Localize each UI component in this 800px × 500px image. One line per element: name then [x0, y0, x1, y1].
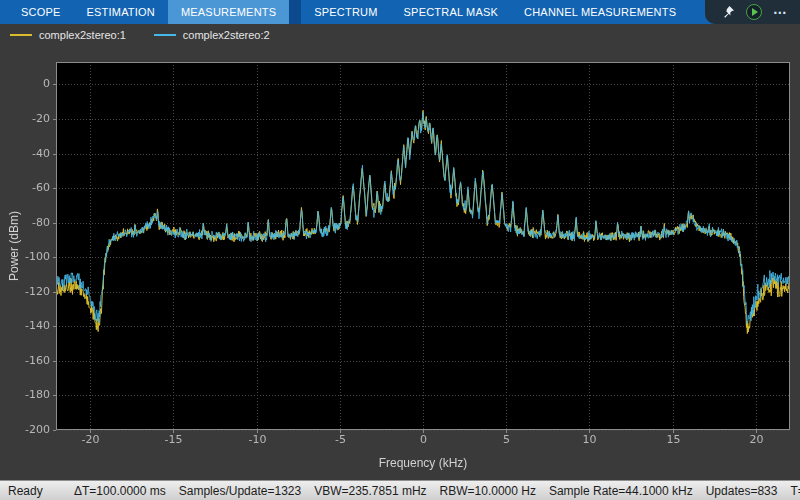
toolbar-spacer	[689, 0, 705, 24]
status-stat-vbw: VBW=235.7851 mHz	[314, 484, 426, 498]
toolbar-group-gap	[289, 0, 301, 24]
tab-estimation[interactable]: ESTIMATION	[74, 0, 168, 24]
status-stat-time: T=24.984	[790, 484, 800, 498]
pin-icon[interactable]	[721, 5, 735, 19]
spectrum-canvas[interactable]	[0, 46, 800, 480]
legend-item-channel1[interactable]: complex2stereo:1	[10, 29, 126, 41]
y-axis-label: Power (dBm)	[7, 211, 21, 281]
tab-spectral-mask-label: SPECTRAL MASK	[404, 6, 499, 18]
legend-line-sample-channel1	[10, 34, 32, 36]
spectrum-analyzer-window: SCOPE ESTIMATION MEASUREMENTS SPECTRUM S…	[0, 0, 800, 500]
tab-spectrum[interactable]: SPECTRUM	[301, 0, 390, 24]
status-stat-rbw: RBW=10.0000 Hz	[440, 484, 536, 498]
tab-measurements[interactable]: MEASUREMENTS	[168, 0, 289, 24]
status-stat-updates: Updates=833	[706, 484, 778, 498]
tab-channel-measurements[interactable]: CHANNEL MEASUREMENTS	[511, 0, 689, 24]
tab-measurements-label: MEASUREMENTS	[181, 6, 276, 18]
tab-scope-label: SCOPE	[21, 6, 61, 18]
more-options-button[interactable]: ⋯	[773, 5, 788, 19]
legend-line-sample-channel2	[154, 34, 176, 36]
x-axis-label: Frequency (kHz)	[379, 456, 468, 470]
status-stat-samples-per-update: Samples/Update=1323	[179, 484, 301, 498]
legend-label-channel1: complex2stereo:1	[39, 29, 126, 41]
tab-spectral-mask[interactable]: SPECTRAL MASK	[391, 0, 512, 24]
legend: complex2stereo:1 complex2stereo:2	[0, 24, 800, 46]
legend-item-channel2[interactable]: complex2stereo:2	[154, 29, 270, 41]
legend-label-channel2: complex2stereo:2	[183, 29, 270, 41]
status-stat-sample-rate: Sample Rate=44.1000 kHz	[549, 484, 693, 498]
toolbar-lead-space	[0, 0, 8, 24]
run-button[interactable]	[746, 4, 762, 20]
tab-spectrum-label: SPECTRUM	[314, 6, 377, 18]
tab-estimation-label: ESTIMATION	[87, 6, 155, 18]
status-stat-delta-t: ΔT=100.0000 ms	[74, 484, 166, 498]
play-icon	[752, 8, 758, 16]
figure-area: Power (dBm) Frequency (kHz)	[0, 46, 800, 480]
tab-channel-measurements-label: CHANNEL MEASUREMENTS	[524, 6, 676, 18]
status-ready: Ready	[8, 484, 74, 498]
tab-scope[interactable]: SCOPE	[8, 0, 74, 24]
toolbar-right-controls: ⋯	[705, 0, 800, 24]
status-bar: Ready ΔT=100.0000 ms Samples/Update=1323…	[0, 480, 800, 500]
toolstrip: SCOPE ESTIMATION MEASUREMENTS SPECTRUM S…	[0, 0, 800, 24]
